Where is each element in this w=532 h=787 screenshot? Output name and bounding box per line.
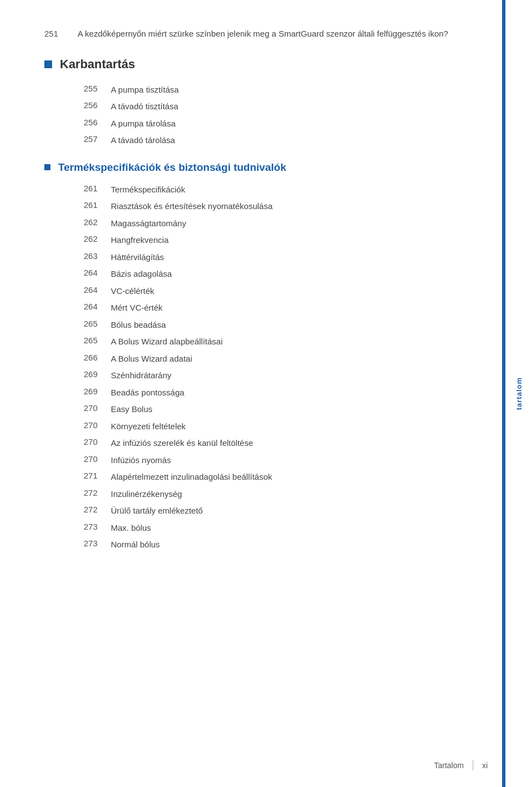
item-label: Ürülő tartály emlékeztető — [111, 505, 203, 517]
item-num: 273 — [78, 522, 98, 531]
item-num: 273 — [78, 539, 98, 548]
top-entry-num: 251 — [44, 28, 66, 38]
item-num: 269 — [78, 387, 98, 396]
list-item: 265 A Bolus Wizard alapbeállításai — [78, 333, 454, 351]
item-num: 256 — [78, 100, 98, 110]
top-entry: 251 A kezdőképernyőn miért szürke színbe… — [44, 28, 454, 40]
footer-tartalom-label: Tartalom — [434, 761, 464, 770]
item-label: Hangfrekvencia — [111, 234, 168, 247]
item-label: Magasságtartomány — [111, 217, 186, 230]
list-item: 273 Normál bólus — [78, 536, 454, 554]
item-label: Bázis adagolása — [111, 268, 172, 281]
item-label: A Bolus Wizard adatai — [111, 353, 192, 365]
page-container: tartalom 251 A kezdőképernyőn miért szür… — [0, 0, 532, 787]
item-num: 270 — [78, 454, 98, 464]
karbantartas-bullet — [44, 60, 52, 68]
list-item: 266 A Bolus Wizard adatai — [78, 351, 454, 368]
list-item: 271 Alapértelmezett inzulinadagolási beá… — [78, 469, 454, 486]
item-num: 264 — [78, 285, 98, 295]
item-label: Beadás pontossága — [111, 387, 185, 399]
item-num: 271 — [78, 471, 98, 480]
item-num: 262 — [78, 234, 98, 243]
item-num: 261 — [78, 184, 98, 193]
termekspecifikacio-list: 261 Termékspecifikációk 261 Riasztások é… — [78, 181, 454, 554]
item-label: Normál bólus — [111, 539, 160, 551]
list-item: 273 Max. bólus — [78, 520, 454, 537]
item-label: Infúziós nyomás — [111, 454, 171, 467]
list-item: 264 Mért VC-érték — [78, 299, 454, 317]
item-label: Termékspecifikációk — [111, 184, 185, 196]
item-num: 264 — [78, 268, 98, 277]
list-item: 270 Környezeti feltételek — [78, 418, 454, 435]
item-label: A távadó tisztítása — [111, 100, 178, 113]
item-num: 265 — [78, 319, 98, 328]
item-label: Bólus beadása — [111, 319, 166, 332]
item-num: 265 — [78, 336, 98, 345]
list-item: 261 Riasztások és értesítések nyomatékos… — [78, 198, 454, 215]
item-num: 266 — [78, 353, 98, 362]
item-label: Riasztások és értesítések nyomatékosulás… — [111, 200, 273, 213]
item-label: Környezeti feltételek — [111, 420, 186, 433]
list-item: 272 Inzulinérzékenység — [78, 486, 454, 503]
sidebar-label: tartalom — [515, 377, 523, 410]
list-item: 272 Ürülő tartály emlékeztető — [78, 502, 454, 520]
item-label: Max. bólus — [111, 522, 151, 535]
list-item: 262 Hangfrekvencia — [78, 232, 454, 249]
list-item: 257 A távadó tárolása — [78, 132, 454, 149]
list-item: 264 Bázis adagolása — [78, 266, 454, 283]
item-label: VC-célérték — [111, 285, 154, 298]
item-num: 256 — [78, 118, 98, 127]
list-item: 256 A pumpa tárolása — [78, 115, 454, 133]
karbantartas-heading: Karbantartás — [44, 57, 454, 72]
item-label: A Bolus Wizard alapbeállításai — [111, 336, 223, 348]
item-label: Háttérvilágítás — [111, 251, 164, 264]
list-item: 264 VC-célérték — [78, 283, 454, 300]
list-item: 262 Magasságtartomány — [78, 215, 454, 232]
list-item: 261 Termékspecifikációk — [78, 181, 454, 199]
termekspecifikacio-title: Termékspecifikációk és biztonsági tudniv… — [58, 161, 286, 174]
list-item: 270 Easy Bolus — [78, 401, 454, 418]
item-num: 257 — [78, 134, 98, 144]
list-item: 256 A távadó tisztítása — [78, 98, 454, 115]
karbantartas-list: 255 A pumpa tisztítása 256 A távadó tisz… — [78, 82, 454, 149]
list-item: 255 A pumpa tisztítása — [78, 82, 454, 99]
item-num: 270 — [78, 420, 98, 430]
list-item: 263 Háttérvilágítás — [78, 249, 454, 266]
item-num: 272 — [78, 488, 98, 497]
list-item: 270 Az infúziós szerelék és kanül feltöl… — [78, 435, 454, 452]
item-label: A távadó tárolása — [111, 134, 175, 147]
top-entry-text: A kezdőképernyőn miért szürke színben je… — [78, 28, 448, 40]
item-label: Easy Bolus — [111, 403, 152, 416]
item-num: 270 — [78, 437, 98, 446]
list-item: 270 Infúziós nyomás — [78, 452, 454, 469]
item-label: Szénhidrátarány — [111, 369, 171, 382]
item-num: 262 — [78, 217, 98, 227]
item-num: 272 — [78, 505, 98, 514]
list-item: 265 Bólus beadása — [78, 317, 454, 334]
footer-page-num: xi — [482, 761, 488, 770]
item-label: A pumpa tárolása — [111, 118, 176, 130]
item-num: 264 — [78, 302, 98, 311]
item-num: 255 — [78, 84, 98, 93]
right-sidebar: tartalom — [505, 0, 532, 787]
item-label: Mért VC-érték — [111, 302, 162, 314]
item-label: A pumpa tisztítása — [111, 84, 179, 97]
item-num: 261 — [78, 200, 98, 210]
item-label: Alapértelmezett inzulinadagolási beállít… — [111, 471, 272, 484]
item-num: 270 — [78, 403, 98, 413]
item-label: Az infúziós szerelék és kanül feltöltése — [111, 437, 253, 450]
item-num: 263 — [78, 251, 98, 261]
footer-divider — [473, 760, 473, 770]
item-label: Inzulinérzékenység — [111, 488, 182, 501]
list-item: 269 Szénhidrátarány — [78, 367, 454, 384]
item-num: 269 — [78, 369, 98, 379]
termekspecifikacio-heading: Termékspecifikációk és biztonsági tudniv… — [44, 161, 454, 174]
main-content: 251 A kezdőképernyőn miért szürke színbe… — [44, 28, 454, 554]
list-item: 269 Beadás pontossága — [78, 384, 454, 402]
page-footer: Tartalom xi — [434, 760, 488, 770]
karbantartas-title: Karbantartás — [60, 57, 135, 72]
termekspecifikacio-bullet — [44, 164, 50, 170]
